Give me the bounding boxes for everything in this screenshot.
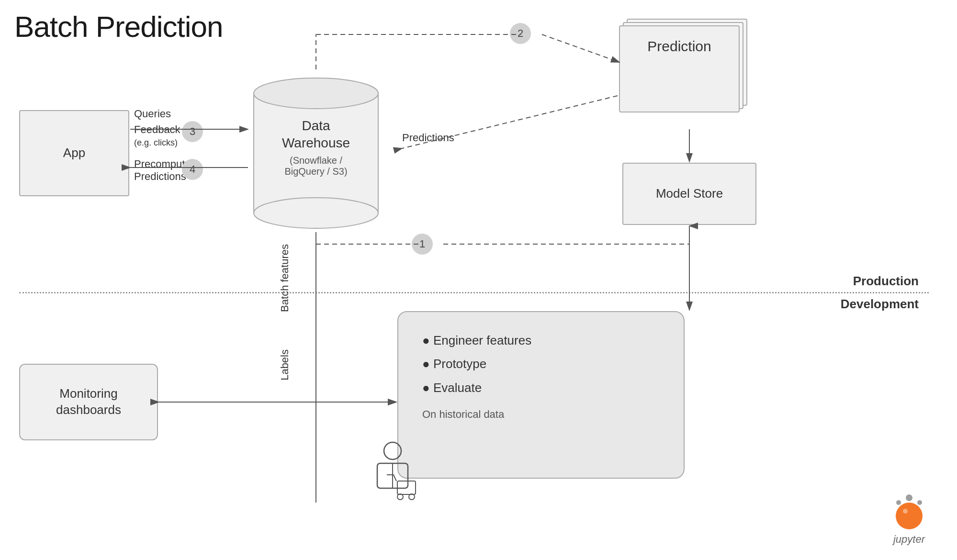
svg-point-33 [896, 503, 923, 529]
development-label: Development [841, 297, 919, 312]
production-divider [19, 292, 929, 293]
model-store-box: Model Store [622, 163, 756, 225]
jupyter-logo: jupyter [890, 493, 928, 546]
production-label: Production [853, 274, 919, 289]
step-1-circle: 1 [412, 234, 433, 255]
svg-point-35 [896, 500, 901, 505]
feedback-label: Feedback (e.g. clicks) [134, 123, 180, 148]
svg-point-27 [384, 442, 401, 459]
monitoring-box: Monitoring dashboards [19, 364, 158, 440]
page-title: Batch Prediction [14, 10, 223, 44]
svg-line-14 [542, 34, 619, 62]
batch-features-label: Batch features [279, 244, 291, 312]
svg-point-36 [917, 500, 922, 505]
svg-point-37 [903, 509, 908, 514]
labels-label: Labels [279, 349, 291, 381]
svg-point-2 [254, 78, 378, 109]
svg-point-34 [906, 494, 912, 501]
dev-subtitle: On historical data [422, 408, 504, 421]
queries-label: Queries [134, 108, 171, 120]
app-box: App [19, 110, 129, 196]
step-4-circle: 4 [182, 159, 203, 180]
predictions-arrow-label: Predictions [402, 132, 454, 144]
step-3-circle: 3 [182, 121, 203, 142]
development-box: ● Engineer features ● Prototype ● Evalua… [397, 311, 685, 479]
jupyter-label: jupyter [893, 533, 925, 546]
person-icon [364, 440, 421, 503]
svg-point-1 [254, 198, 378, 228]
prediction-box: Prediction [618, 14, 761, 129]
diagram: Batch Prediction App DataWarehouse (Snow… [0, 0, 957, 560]
step-2-circle: 2 [510, 23, 531, 44]
dev-items: ● Engineer features ● Prototype ● Evalua… [422, 329, 531, 400]
data-warehouse-cylinder: DataWarehouse (Snowflake /BigQuery / S3) [249, 69, 383, 232]
